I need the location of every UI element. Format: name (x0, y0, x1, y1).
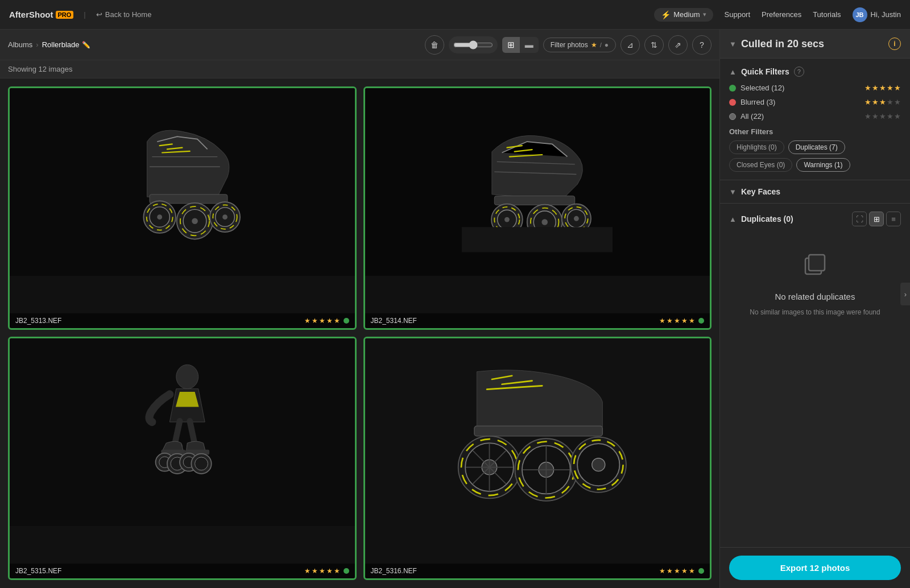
selected-dot (698, 318, 704, 324)
tutorials-link[interactable]: Tutorials (813, 10, 841, 19)
export-section: Export 12 photos (720, 547, 910, 588)
filter-selected-row[interactable]: Selected (12) ★ ★ ★ ★ ★ (729, 84, 901, 92)
blurred-label: Blurred (3) (741, 98, 860, 106)
list-view-button[interactable]: ▬ (520, 37, 539, 53)
blurred-stars: ★ ★ ★ ★ ★ (864, 98, 901, 106)
all-label: All (22) (741, 112, 860, 121)
duplicates-filter[interactable]: Duplicates (7) (788, 140, 845, 154)
share-button[interactable]: ⇗ (668, 35, 688, 55)
toolbar: Albums › Rollerblade ✏️ 🗑 ⊞ ▬ Fil (0, 30, 719, 60)
highlights-filter[interactable]: Highlights (0) (729, 140, 784, 154)
avatar: JB (853, 7, 867, 22)
svg-point-19 (542, 219, 548, 225)
dup-chevron[interactable]: ▲ (729, 215, 737, 223)
photo-image (365, 338, 710, 526)
breadcrumb: Albums › Rollerblade ✏️ (8, 40, 90, 49)
closed-eyes-filter[interactable]: Closed Eyes (0) (729, 158, 792, 172)
album-name: Rollerblade (42, 40, 80, 49)
sort-button[interactable]: ⇅ (644, 35, 664, 55)
other-filters-title: Other Filters (729, 127, 901, 136)
photo-card[interactable]: JB2_5313.NEF ★★★★★ (8, 86, 357, 330)
quick-filters-help[interactable]: ? (794, 67, 804, 77)
edit-album-icon[interactable]: ✏️ (82, 41, 90, 49)
dup-grid-button[interactable]: ⊞ (869, 212, 884, 226)
quick-filters: ▲ Quick Filters ? Selected (12) ★ ★ ★ ★ … (720, 59, 910, 180)
zoom-slider[interactable] (449, 36, 498, 53)
zoom-range[interactable] (453, 40, 493, 49)
svg-rect-26 (462, 227, 613, 252)
qf-chevron[interactable]: ▲ (729, 68, 737, 76)
lightning-icon: ⚡ (661, 10, 671, 19)
no-duplicates-message: No related duplicates No similar images … (729, 234, 901, 333)
help-button[interactable]: ? (692, 35, 712, 55)
filter-blurred-row[interactable]: Blurred (3) ★ ★ ★ ★ ★ (729, 98, 901, 106)
blurred-dot (729, 99, 736, 106)
svg-rect-58 (809, 255, 825, 271)
photo-name: JB2_5316.NEF (371, 567, 417, 575)
grid-view-button[interactable]: ⊞ (502, 37, 520, 53)
selected-dot (344, 318, 349, 324)
photo-name: JB2_5315.NEF (15, 567, 61, 575)
photo-image (10, 338, 355, 526)
all-stars: ★ ★ ★ ★ ★ (864, 112, 901, 121)
showing-count: Showing 12 images (0, 60, 719, 78)
albums-breadcrumb[interactable]: Albums (8, 40, 32, 49)
circle-icon: ● (605, 41, 609, 49)
main-area: Albums › Rollerblade ✏️ 🗑 ⊞ ▬ Fil (0, 30, 910, 588)
svg-point-27 (176, 365, 198, 389)
right-panel: ▼ Culled in 20 secs i ▲ Quick Filters ? … (719, 30, 910, 588)
photo-grid: JB2_5313.NEF ★★★★★ (0, 78, 719, 588)
filter-all-row[interactable]: All (22) ★ ★ ★ ★ ★ (729, 112, 901, 121)
svg-point-22 (574, 216, 579, 221)
chevron-down-icon: ▾ (703, 11, 706, 18)
warnings-filter[interactable]: Warnings (1) (796, 158, 850, 172)
duplicates-section: ▲ Duplicates (0) ⛶ ⊞ ≡ No related duplic… (720, 204, 910, 547)
selected-stars: ★ ★ ★ ★ ★ (864, 84, 901, 92)
info-icon[interactable]: i (888, 38, 901, 50)
culled-chevron[interactable]: ▼ (729, 40, 737, 48)
preferences-link[interactable]: Preferences (762, 10, 801, 19)
photo-panel: Albums › Rollerblade ✏️ 🗑 ⊞ ▬ Fil (0, 30, 719, 588)
culled-title: Culled in 20 secs (741, 38, 884, 50)
speed-selector[interactable]: ⚡ Medium ▾ (654, 8, 713, 22)
brand: AfterShoot PRO (9, 10, 73, 19)
top-nav: AfterShoot PRO | ↩ Back to Home ⚡ Medium… (0, 0, 910, 30)
photo-image (10, 88, 355, 276)
svg-point-3 (157, 214, 162, 220)
view-toggle: ⊞ ▬ (502, 37, 539, 53)
duplicates-title: Duplicates (0) (741, 214, 847, 223)
selected-dot (698, 568, 704, 574)
back-to-home-button[interactable]: ↩ Back to Home (96, 10, 152, 19)
svg-rect-38 (474, 426, 602, 436)
no-duplicates-subtitle: No similar images to this image were fou… (750, 308, 880, 316)
photo-name: JB2_5313.NEF (15, 317, 61, 325)
key-faces-title: Key Faces (741, 187, 780, 196)
support-link[interactable]: Support (725, 10, 751, 19)
export-button[interactable]: Export 12 photos (729, 556, 901, 580)
selected-dot (729, 85, 736, 92)
filter-button[interactable]: ⊿ (621, 35, 640, 55)
culled-section: ▼ Culled in 20 secs i (720, 30, 910, 59)
star-filter-icon: ★ (591, 41, 597, 49)
svg-point-16 (504, 217, 510, 222)
svg-point-9 (222, 214, 228, 220)
user-badge: JB Hi, Justin (853, 7, 901, 22)
selected-label: Selected (12) (741, 84, 860, 92)
duplicates-empty-icon (801, 251, 829, 285)
dup-list-button[interactable]: ≡ (886, 212, 901, 226)
filter-photos-button[interactable]: Filter photos ★ / ● (543, 38, 616, 52)
no-duplicates-title: No related duplicates (775, 292, 855, 301)
svg-point-37 (195, 457, 208, 470)
key-faces-section: ▼ Key Faces (720, 180, 910, 204)
photo-card[interactable]: +1 (363, 337, 712, 580)
kf-chevron[interactable]: ▼ (729, 188, 737, 196)
dup-fullscreen-button[interactable]: ⛶ (852, 212, 867, 226)
all-dot (729, 113, 736, 120)
selected-dot (344, 568, 349, 574)
photo-card[interactable]: +3 (8, 337, 357, 580)
svg-point-6 (192, 218, 198, 225)
photo-card[interactable]: JB2_5314.NEF ★★★★★ (363, 86, 712, 330)
svg-point-55 (592, 458, 605, 471)
photo-image (365, 88, 710, 276)
delete-button[interactable]: 🗑 (425, 35, 444, 55)
